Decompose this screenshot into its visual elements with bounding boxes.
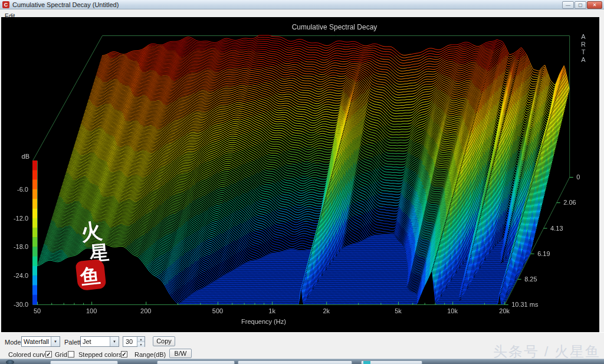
restore-button[interactable]: ▢	[575, 1, 586, 9]
control-panel: Mode Waterfall ▼ Palette Jet ▼ 30 ▲ ▼ Co…	[0, 332, 604, 359]
palette-dropdown-icon[interactable]: ▼	[110, 337, 119, 346]
spin-down-icon[interactable]: ▼	[137, 342, 145, 347]
palette-combobox[interactable]: Jet ▼	[80, 336, 119, 347]
range-spinner[interactable]: 30 ▲ ▼	[123, 336, 145, 347]
taskbar-button[interactable]	[157, 360, 235, 364]
palette-value: Jet	[81, 338, 110, 345]
mode-value: Waterfall	[22, 338, 51, 345]
spin-up-icon[interactable]: ▲	[137, 337, 145, 342]
window-controls: — ▢ ✕	[562, 1, 602, 9]
window-title: Cumulative Spectral Decay (Untitled)	[12, 1, 119, 8]
stepped-colors-checkbox[interactable]: ✓	[121, 351, 127, 358]
range-db-label: Range(dB)	[134, 351, 166, 358]
taskbar	[0, 359, 604, 364]
title-bar: C Cumulative Spectral Decay (Untitled) —…	[0, 0, 604, 9]
close-button[interactable]: ✕	[587, 1, 602, 9]
grid-checkbox[interactable]	[68, 351, 74, 358]
stepped-colors-label: Stepped colors	[78, 351, 122, 358]
mode-label: Mode	[5, 339, 21, 346]
bw-button[interactable]: B/W	[169, 349, 192, 358]
csd-plot-area: Cumulative Spectral Decay A R T A dB Fre…	[1, 17, 599, 332]
range-spinner-value[interactable]: 30	[123, 337, 137, 346]
copy-button[interactable]: Copy	[153, 336, 175, 346]
grid-label: Grid	[55, 351, 67, 358]
taskbar-button[interactable]	[50, 360, 118, 364]
app-icon: C	[2, 1, 9, 8]
plot-title: Cumulative Spectral Decay	[275, 23, 393, 31]
taskbar-app-icon	[363, 361, 370, 364]
mode-combobox[interactable]: Waterfall ▼	[21, 336, 60, 347]
mode-dropdown-icon[interactable]: ▼	[51, 337, 60, 346]
taskbar-button[interactable]	[238, 360, 352, 364]
menu-bar: Edit	[0, 10, 604, 17]
minimize-button[interactable]: —	[562, 1, 574, 9]
csd-waterfall-canvas	[1, 17, 599, 332]
frequency-axis-title: Frequency (Hz)	[205, 318, 323, 325]
app-window: C Cumulative Spectral Decay (Untitled) —…	[0, 0, 604, 364]
colored-curves-checkbox[interactable]: ✓	[45, 351, 52, 358]
arta-logo-text: A R T A	[579, 33, 587, 64]
db-axis-title: dB	[6, 153, 29, 160]
start-orb-icon[interactable]	[6, 360, 14, 364]
